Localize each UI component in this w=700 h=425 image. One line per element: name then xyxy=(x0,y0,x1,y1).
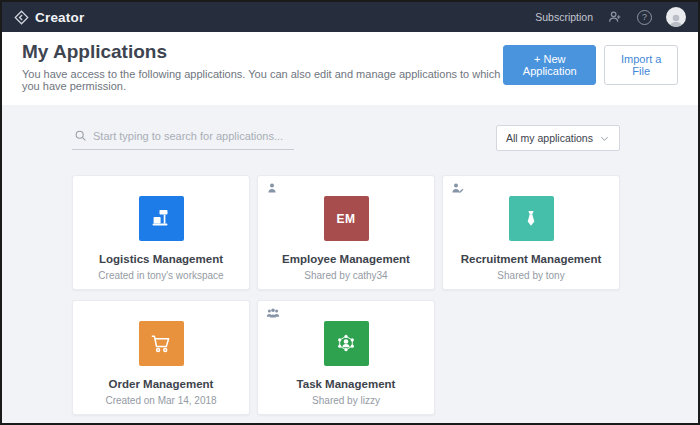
initials-tile: EM xyxy=(324,196,369,241)
search-input[interactable] xyxy=(93,130,292,142)
page-subtitle: You have access to the following applica… xyxy=(22,68,503,92)
team-icon xyxy=(324,321,369,366)
applications-filter-dropdown[interactable]: All my applications xyxy=(496,125,620,151)
avatar[interactable] xyxy=(666,7,686,27)
app-name: Recruitment Management xyxy=(461,253,602,265)
search-box[interactable] xyxy=(72,125,294,150)
brand-name: Creator xyxy=(35,10,84,25)
page-header: My Applications You have access to the f… xyxy=(2,32,698,105)
cart-icon xyxy=(139,321,184,366)
import-file-button[interactable]: Import a File xyxy=(604,45,678,85)
app-name: Employee Management xyxy=(282,253,410,265)
app-meta: Shared by cathy34 xyxy=(304,270,387,281)
app-meta: Created on Mar 14, 2018 xyxy=(105,395,216,406)
users-icon[interactable] xyxy=(607,9,623,25)
brand[interactable]: Creator xyxy=(14,10,84,25)
topbar: Creator Subscription ? xyxy=(2,2,698,32)
creator-logo-icon xyxy=(14,10,29,25)
app-card[interactable]: Order Management Created on Mar 14, 2018 xyxy=(72,300,250,415)
app-card[interactable]: Recruitment Management Shared by tony xyxy=(442,175,620,290)
shared-user-icon xyxy=(266,182,278,194)
page-title: My Applications xyxy=(22,41,503,63)
app-name: Task Management xyxy=(297,378,396,390)
toolbar: All my applications xyxy=(72,125,620,151)
shared-user-edit-icon xyxy=(451,182,464,194)
filter-value: All my applications xyxy=(506,132,593,144)
applications-grid: Logistics Management Created in tony's w… xyxy=(72,175,620,415)
chevron-down-icon xyxy=(599,133,610,144)
subscription-link[interactable]: Subscription xyxy=(535,11,593,23)
app-meta: Shared by tony xyxy=(497,270,564,281)
app-meta: Shared by lizzy xyxy=(312,395,380,406)
content-area: All my applications Logistics Management… xyxy=(2,105,698,423)
shared-group-icon xyxy=(266,307,280,319)
tie-icon xyxy=(509,196,554,241)
header-actions: + New Application Import a File xyxy=(503,45,678,85)
app-name: Order Management xyxy=(109,378,214,390)
scale-icon xyxy=(139,196,184,241)
app-meta: Created in tony's workspace xyxy=(98,270,223,281)
app-card[interactable]: Task Management Shared by lizzy xyxy=(257,300,435,415)
new-application-button[interactable]: + New Application xyxy=(503,45,596,85)
topbar-right: Subscription ? xyxy=(535,7,686,27)
app-window: Creator Subscription ? My Applicatio xyxy=(0,0,700,425)
app-name: Logistics Management xyxy=(99,253,223,265)
app-card[interactable]: EM Employee Management Shared by cathy34 xyxy=(257,175,435,290)
search-icon xyxy=(74,129,87,142)
help-icon[interactable]: ? xyxy=(637,10,652,25)
app-card[interactable]: Logistics Management Created in tony's w… xyxy=(72,175,250,290)
page-header-text: My Applications You have access to the f… xyxy=(22,41,503,92)
